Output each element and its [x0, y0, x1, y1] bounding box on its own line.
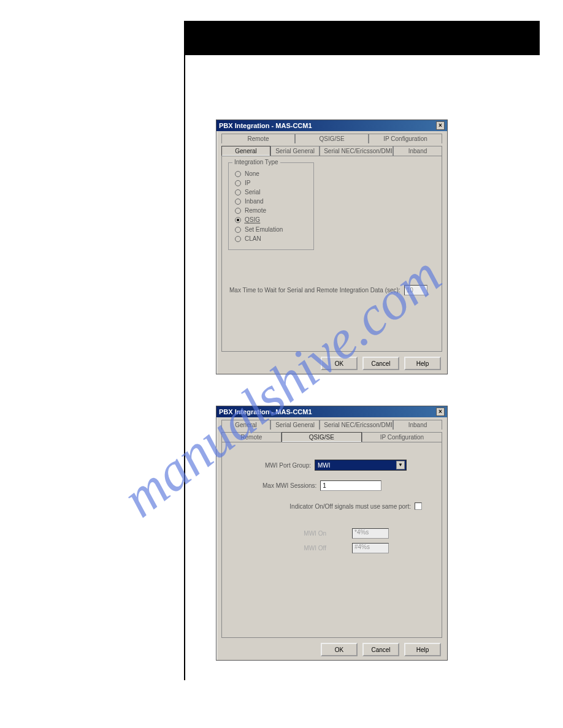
- button-row: OK Cancel Help: [216, 357, 441, 370]
- max-time-stepper[interactable]: 10: [404, 285, 427, 295]
- margin-rule: [184, 55, 185, 680]
- radio-set-emulation[interactable]: Set Emulation: [235, 226, 307, 233]
- tab-serial-nec[interactable]: Serial NEC/Ericsson/DMID: [320, 420, 393, 430]
- mwi-on-input: *4%s: [352, 528, 389, 539]
- button-row: OK Cancel Help: [216, 643, 441, 656]
- mwi-port-group-label: MWI Port Group:: [265, 462, 311, 469]
- mwi-on-row: MWI On *4%s: [296, 528, 389, 539]
- mwi-off-row: MWI Off #4%s: [296, 543, 389, 553]
- tab-remote[interactable]: Remote: [221, 432, 282, 442]
- dropdown-value: MWI: [318, 462, 331, 469]
- ok-button[interactable]: OK: [321, 357, 358, 370]
- divider: [184, 54, 540, 55]
- pbx-integration-dialog-qsig-se: PBX Integration - MAS-CCM1 × General Ser…: [216, 406, 448, 661]
- cancel-button[interactable]: Cancel: [362, 357, 399, 370]
- radio-label: IP: [245, 180, 250, 186]
- tab-panel-general: Integration Type None IP Serial Inband R…: [221, 156, 442, 352]
- indicator-checkbox[interactable]: [415, 502, 422, 510]
- tab-row-lower: General Serial General Serial NEC/Ericss…: [221, 146, 442, 156]
- help-button[interactable]: Help: [404, 643, 441, 656]
- chevron-down-icon: ▼: [396, 461, 405, 469]
- mwi-port-group-select[interactable]: MWI ▼: [315, 460, 407, 471]
- integration-type-group: Integration Type None IP Serial Inband R…: [228, 162, 314, 250]
- tab-inband[interactable]: Inband: [393, 420, 442, 430]
- close-icon[interactable]: ×: [436, 121, 445, 130]
- tab-qsig-se[interactable]: QSIG/SE: [282, 432, 362, 442]
- tab-row-upper: General Serial General Serial NEC/Ericss…: [221, 420, 442, 430]
- indicator-label: Indicator On/Off signals must use same p…: [289, 503, 411, 510]
- radio-label: Inband: [245, 198, 264, 205]
- mwi-off-label: MWI Off: [296, 545, 326, 552]
- tab-remote[interactable]: Remote: [221, 134, 295, 143]
- tab-panel-qsig-se: MWI Port Group: MWI ▼ Max MWI Sessions: …: [221, 442, 442, 638]
- tab-serial-general[interactable]: Serial General: [270, 420, 320, 430]
- page-header-bar: [184, 21, 540, 55]
- tab-ip-configuration[interactable]: IP Configuration: [362, 432, 442, 442]
- pbx-integration-dialog-general: PBX Integration - MAS-CCM1 × Remote QSIG…: [216, 119, 448, 374]
- help-button[interactable]: Help: [404, 357, 441, 370]
- tab-serial-general[interactable]: Serial General: [270, 146, 320, 156]
- titlebar: PBX Integration - MAS-CCM1 ×: [216, 406, 447, 417]
- max-time-label: Max Time to Wait for Serial and Remote I…: [229, 287, 400, 294]
- mwi-off-input: #4%s: [352, 543, 389, 553]
- radio-serial[interactable]: Serial: [235, 189, 307, 195]
- radio-label: Serial: [245, 189, 261, 195]
- max-mwi-label: Max MWI Sessions:: [262, 482, 316, 489]
- dialog-title: PBX Integration - MAS-CCM1: [219, 122, 312, 129]
- radio-label: None: [245, 170, 259, 177]
- tab-inband[interactable]: Inband: [393, 146, 442, 156]
- radio-inband[interactable]: Inband: [235, 198, 307, 205]
- radio-label: Remote: [245, 207, 266, 214]
- ok-button[interactable]: OK: [321, 643, 358, 656]
- tab-ip-configuration[interactable]: IP Configuration: [369, 134, 442, 143]
- tab-row-lower: Remote QSIG/SE IP Configuration: [221, 432, 442, 442]
- tab-qsig-se[interactable]: QSIG/SE: [295, 134, 369, 143]
- max-mwi-input[interactable]: [320, 480, 381, 491]
- radio-none[interactable]: None: [235, 170, 307, 177]
- cancel-button[interactable]: Cancel: [362, 643, 399, 656]
- dialog-title: PBX Integration - MAS-CCM1: [219, 408, 312, 415]
- mwi-on-label: MWI On: [296, 530, 326, 537]
- max-time-row: Max Time to Wait for Serial and Remote I…: [229, 285, 427, 295]
- tab-row-upper: Remote QSIG/SE IP Configuration: [221, 134, 442, 143]
- radio-label: QSIG: [245, 216, 260, 224]
- tab-serial-nec[interactable]: Serial NEC/Ericsson/DMID: [320, 146, 393, 156]
- radio-label: CLAN: [245, 235, 261, 242]
- tab-general[interactable]: General: [221, 420, 270, 430]
- radio-qsig[interactable]: QSIG: [235, 216, 307, 224]
- mwi-port-group-row: MWI Port Group: MWI ▼: [265, 460, 407, 471]
- max-mwi-row: Max MWI Sessions:: [262, 480, 381, 491]
- indicator-row: Indicator On/Off signals must use same p…: [262, 502, 422, 510]
- radio-clan[interactable]: CLAN: [235, 235, 307, 242]
- close-icon[interactable]: ×: [436, 408, 445, 416]
- tab-general[interactable]: General: [221, 146, 270, 156]
- radio-ip[interactable]: IP: [235, 180, 307, 186]
- radio-remote[interactable]: Remote: [235, 207, 307, 214]
- radio-label: Set Emulation: [245, 226, 283, 233]
- groupbox-title: Integration Type: [232, 159, 280, 165]
- titlebar: PBX Integration - MAS-CCM1 ×: [216, 120, 447, 131]
